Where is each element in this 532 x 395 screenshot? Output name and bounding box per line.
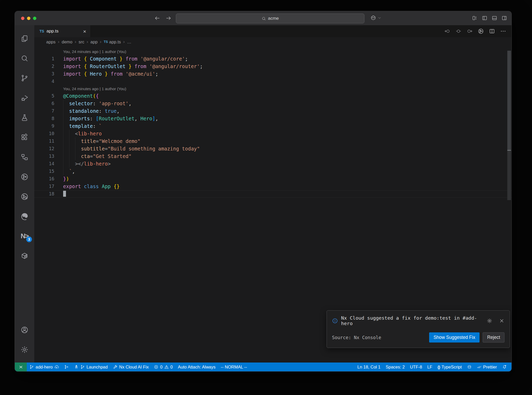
braces-icon: {} [437, 365, 440, 369]
circled-branch-search-icon [21, 193, 29, 201]
breadcrumb-label: app.ts [109, 40, 121, 44]
codelens-blame[interactable]: You, 24 minutes ago | 1 author (You) [34, 85, 511, 92]
breadcrumb-label: src [78, 40, 84, 44]
desktop: acme N>3 TS app.ts × [0, 0, 532, 395]
navigate-forward-icon[interactable] [467, 28, 473, 34]
code-lines: You, 24 minutes ago | 1 author (You)1imp… [34, 48, 511, 198]
status-label: Ln 18, Col 1 [357, 365, 381, 370]
notification-close-icon[interactable] [499, 318, 504, 324]
status-item-indentation[interactable]: Spaces: 2 [383, 363, 407, 371]
status-item-nx-cloud-ai-fix[interactable]: Nx Cloud AI Fix [110, 363, 151, 371]
line-number: 7 [34, 107, 54, 115]
breadcrumb-item[interactable]: src [78, 40, 84, 44]
activity-item-search[interactable] [15, 48, 34, 68]
breadcrumb-item[interactable]: TSapp.ts [104, 40, 121, 44]
toggle-secondary-sidebar-icon[interactable] [501, 15, 507, 21]
typescript-file-icon: TS [39, 29, 44, 33]
status-item-worktrees[interactable] [62, 363, 71, 371]
activity-item-source-control[interactable] [15, 68, 34, 88]
command-center-search[interactable]: acme [176, 14, 364, 23]
breadcrumb-item[interactable]: demo [62, 40, 72, 44]
code-text: import { RouterOutlet } from '@angular/r… [63, 63, 203, 70]
status-item-language-mode[interactable]: {}TypeScript [435, 363, 464, 371]
activity-item-settings[interactable] [15, 340, 34, 359]
codelens-blame[interactable]: You, 24 minutes ago | 1 author (You) [34, 48, 511, 55]
activity-item-commit-graph-search[interactable] [15, 187, 34, 206]
hierarchy-icon [21, 153, 29, 161]
status-item-notifications-bell[interactable] [500, 363, 509, 371]
code-line-12: 12 subtitle="Build something amazing tod… [34, 145, 511, 153]
status-item-launchpad[interactable]: Launchpad [71, 363, 110, 371]
line-number: 17 [34, 183, 54, 190]
circled-branch-icon [21, 173, 29, 181]
breadcrumb-item[interactable]: app [90, 40, 98, 44]
breadcrumb-separator: › [58, 39, 59, 44]
activity-item-run-and-debug[interactable] [15, 88, 34, 108]
code-text: ></lib-hero> [63, 160, 111, 168]
search-icon [262, 16, 266, 21]
status-label: LF [427, 365, 432, 370]
scrollbar-slider-secondary[interactable] [507, 151, 511, 200]
scrollbar-slider[interactable] [507, 51, 511, 150]
run-target-icon[interactable] [478, 28, 484, 34]
traffic-light-close[interactable] [21, 17, 24, 20]
code-line-5: 5@Component({ [34, 92, 511, 100]
activity-item-testing[interactable] [15, 108, 34, 127]
indent-guide [75, 137, 75, 160]
status-item-copilot[interactable] [464, 363, 474, 371]
breadcrumb-item[interactable]: … [127, 40, 131, 44]
activity-item-edge-tools[interactable] [15, 206, 34, 226]
activity-item-project-graph[interactable] [15, 147, 34, 167]
split-editor-icon[interactable] [489, 28, 495, 34]
debug-icon [21, 94, 29, 102]
activity-item-nx-cloud[interactable] [15, 167, 34, 187]
more-actions-icon[interactable] [500, 28, 506, 34]
tab-app-ts[interactable]: TS app.ts × [34, 25, 90, 37]
notification-gear-icon[interactable] [487, 318, 492, 324]
status-item-vim-mode[interactable]: -- NORMAL -- [218, 363, 250, 371]
activity-item-explorer[interactable] [15, 29, 34, 48]
history-back-icon[interactable] [154, 15, 160, 21]
status-item-git-branch[interactable]: add-hero [27, 363, 62, 371]
warning-icon [164, 365, 169, 369]
show-suggested-fix-button[interactable]: Show Suggested Fix [429, 332, 480, 343]
remote-indicator[interactable] [15, 363, 27, 371]
tab-close-icon[interactable]: × [83, 29, 86, 34]
navigate-back-icon[interactable] [444, 28, 450, 34]
copilot-menu[interactable] [370, 15, 381, 21]
status-item-cursor-position[interactable]: Ln 18, Col 1 [355, 363, 383, 371]
status-item-end-of-line[interactable]: LF [425, 363, 435, 371]
traffic-light-minimize[interactable] [27, 17, 30, 20]
activity-item-nx-console[interactable]: N>3 [15, 226, 34, 246]
customize-layout-icon[interactable] [472, 15, 478, 21]
status-item-formatter[interactable]: Prettier [474, 363, 500, 371]
code-editor[interactable]: You, 24 minutes ago | 1 author (You)1imp… [34, 47, 511, 363]
status-item-problems[interactable]: 00 [151, 363, 175, 371]
code-text: export class App {} [63, 183, 119, 190]
breadcrumb-label: demo [62, 40, 72, 44]
activity-item-extensions[interactable] [15, 127, 34, 147]
history-forward-icon[interactable] [165, 15, 172, 21]
status-bar-right: Ln 18, Col 1Spaces: 2UTF-8LF{}TypeScript… [355, 363, 511, 371]
traffic-light-zoom[interactable] [33, 17, 36, 20]
toggle-panel-icon[interactable] [491, 15, 497, 21]
reject-button[interactable]: Reject [483, 332, 504, 343]
activity-item-accounts[interactable] [15, 320, 34, 340]
copilot-icon [370, 15, 376, 21]
container-icon [21, 252, 29, 260]
status-label: TypeScript [442, 365, 462, 370]
navigate-current-icon[interactable] [455, 28, 462, 34]
status-item-encoding[interactable]: UTF-8 [407, 363, 425, 371]
code-text: selector: 'app-root', [63, 100, 131, 107]
status-item-auto-attach[interactable]: Auto Attach: Always [175, 363, 218, 371]
activity-item-containers[interactable] [15, 246, 34, 266]
line-number: 1 [34, 55, 54, 63]
toggle-primary-sidebar-icon[interactable] [482, 15, 488, 21]
edge-icon [21, 212, 29, 220]
status-bar: add-heroLaunchpadNx Cloud AI Fix00Auto A… [15, 363, 511, 371]
breadcrumb-item[interactable]: apps [46, 40, 56, 44]
line-number: 12 [34, 145, 54, 153]
breadcrumb-separator: › [123, 39, 125, 44]
code-text: template: ` [63, 122, 102, 130]
code-line-8: 8 imports: [RouterOutlet, Hero], [34, 115, 511, 122]
